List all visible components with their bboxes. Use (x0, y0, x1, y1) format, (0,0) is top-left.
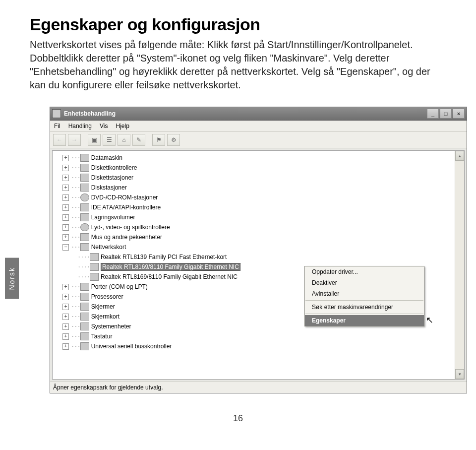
expand-icon[interactable]: + (62, 304, 69, 310)
language-tab: Norsk (5, 258, 19, 299)
tree-item[interactable]: +···Diskettstasjoner (54, 173, 463, 183)
window-title: Enhetsbehandling (64, 110, 116, 117)
back-button[interactable]: ← (53, 134, 66, 146)
context-menu[interactable]: Oppdater driver... Deaktiver Avinstaller… (304, 266, 424, 326)
tree-item[interactable]: +···Lagringsvolumer (54, 212, 463, 222)
close-button[interactable]: × (453, 109, 465, 119)
collapse-icon[interactable]: − (62, 244, 69, 251)
menu-action[interactable]: Handling (68, 123, 92, 129)
tree-item[interactable]: +···DVD-/CD-ROM-stasjoner (54, 193, 463, 202)
ctx-scan-hardware[interactable]: Søk etter maskinvareendringer (305, 302, 424, 313)
device-icon (80, 293, 89, 301)
nic-icon (90, 253, 99, 261)
expand-icon[interactable]: + (62, 155, 69, 161)
expand-icon[interactable]: + (62, 194, 69, 201)
tree-item[interactable]: +···Mus og andre pekeenheter (54, 232, 463, 242)
expand-icon[interactable]: + (62, 343, 69, 350)
expand-icon[interactable]: + (62, 294, 69, 300)
toolbar: ← → ▣ ☰ ⌂ ✎ ⚑ ⚙ (50, 132, 467, 148)
tree-item[interactable]: +···Tastatur (54, 331, 463, 341)
toolbar-icon-6[interactable]: ⚙ (167, 134, 180, 146)
tree-item[interactable]: +···Datamaskin (54, 153, 463, 163)
device-icon (80, 184, 89, 192)
ctx-update-driver[interactable]: Oppdater driver... (305, 266, 424, 277)
toolbar-icon-2[interactable]: ☰ (103, 134, 116, 146)
device-icon (80, 164, 89, 172)
device-tree[interactable]: +···Datamaskin +···Diskettkontrollere +·… (52, 150, 465, 380)
nic-icon (90, 273, 99, 281)
menu-file[interactable]: Fil (54, 123, 60, 129)
tree-item[interactable]: +···Lyd-, video- og spillkontrollere (54, 222, 463, 232)
maximize-button[interactable]: □ (440, 109, 452, 119)
ctx-properties[interactable]: Egenskaper (305, 315, 424, 326)
device-icon (80, 313, 89, 321)
toolbar-icon-4[interactable]: ✎ (132, 134, 145, 146)
expand-icon[interactable]: + (62, 214, 69, 221)
window-titlebar[interactable]: Enhetsbehandling _ □ × (50, 107, 467, 121)
toolbar-icon-5[interactable]: ⚑ (152, 134, 165, 146)
minimize-button[interactable]: _ (427, 109, 439, 119)
scroll-down-button[interactable]: ▾ (455, 369, 464, 379)
expand-icon[interactable]: + (62, 204, 69, 211)
device-icon (80, 193, 89, 201)
expand-icon[interactable]: + (62, 175, 69, 181)
nic-icon (90, 263, 99, 271)
toolbar-icon-3[interactable]: ⌂ (118, 134, 130, 146)
tree-item[interactable]: +···IDE ATA/ATAPI-kontrollere (54, 202, 463, 212)
device-icon (80, 203, 89, 211)
intro-paragraph: Nettverkskortet vises på følgende måte: … (30, 38, 446, 92)
tree-item[interactable]: +···Diskettkontrollere (54, 163, 463, 173)
expand-icon[interactable]: + (62, 323, 69, 330)
expand-icon[interactable]: + (62, 333, 69, 340)
expand-icon[interactable]: + (62, 284, 69, 290)
expand-icon[interactable]: + (62, 165, 69, 171)
network-icon (80, 243, 89, 251)
tree-item-network[interactable]: −···Nettverkskort (54, 242, 463, 252)
ctx-uninstall[interactable]: Avinstaller (305, 288, 424, 299)
expand-icon[interactable]: + (62, 185, 69, 191)
device-icon (80, 223, 89, 231)
device-icon (80, 174, 89, 182)
device-manager-window: Enhetsbehandling _ □ × Fil Handling Vis … (50, 107, 467, 393)
ctx-disable[interactable]: Deaktiver (305, 277, 424, 288)
menu-bar: Fil Handling Vis Hjelp (50, 121, 467, 132)
device-icon (80, 154, 89, 162)
tree-child-item[interactable]: ····Realtek RTL8139 Family PCI Fast Ethe… (54, 252, 463, 262)
menu-help[interactable]: Hjelp (116, 123, 129, 129)
expand-icon[interactable]: + (62, 234, 69, 241)
device-icon (80, 332, 89, 340)
status-bar: Åpner egenskapsark for gjeldende utvalg. (50, 382, 467, 393)
device-icon (80, 233, 89, 241)
tree-item[interactable]: +···Diskstasjoner (54, 183, 463, 193)
forward-button[interactable]: → (68, 134, 81, 146)
scroll-up-button[interactable]: ▴ (455, 151, 464, 161)
device-icon (80, 283, 89, 291)
vertical-scrollbar[interactable]: ▴ ▾ (455, 151, 464, 379)
device-icon (80, 303, 89, 311)
device-icon (80, 342, 89, 350)
page-heading: Egenskaper og konfigurasjon (30, 15, 446, 34)
tree-item[interactable]: +···Universal seriell busskontroller (54, 341, 463, 351)
device-icon (80, 213, 89, 221)
app-icon (52, 109, 61, 118)
page-number: 16 (30, 413, 446, 424)
expand-icon[interactable]: + (62, 224, 69, 231)
expand-icon[interactable]: + (62, 314, 69, 320)
menu-view[interactable]: Vis (100, 123, 108, 129)
toolbar-icon-1[interactable]: ▣ (88, 134, 101, 146)
device-icon (80, 322, 89, 330)
